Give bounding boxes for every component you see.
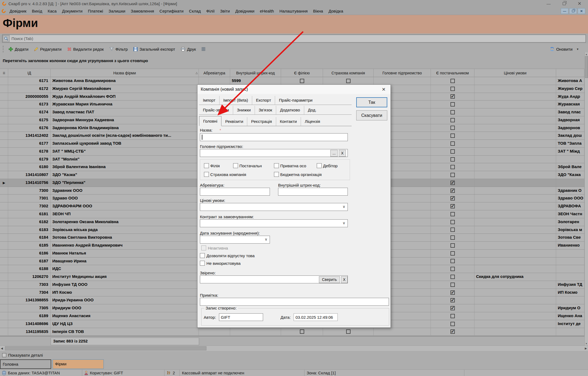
- dialog-titlebar[interactable]: Компанія (новий запис) ✕: [197, 85, 391, 94]
- menu-item-Платежі[interactable]: Платежі: [85, 7, 106, 15]
- table-row[interactable]: 6171Животова Анна Владимировна5599Живото…: [0, 77, 584, 85]
- supplier-checkbox[interactable]: [450, 251, 455, 256]
- column-header[interactable]: Цінові умови: [474, 69, 556, 77]
- menu-item-eHealth[interactable]: eHealth: [257, 7, 277, 15]
- toolbar-drag-handle[interactable]: [3, 46, 4, 52]
- dialog-tab-Контакти[interactable]: Контакти: [276, 117, 301, 126]
- supplier-checkbox[interactable]: [450, 235, 455, 240]
- column-header[interactable]: Назва фірми△: [51, 69, 199, 77]
- supplier-checkbox[interactable]: [450, 102, 455, 107]
- cancel-button[interactable]: Скасувати: [356, 110, 387, 120]
- internal-barcode-input[interactable]: [278, 188, 348, 196]
- supplier-checkbox[interactable]: [450, 275, 455, 279]
- scroll-up-icon[interactable]: ▲: [585, 52, 588, 56]
- not-use-checkbox[interactable]: [200, 261, 205, 266]
- supplier-checkbox[interactable]: [450, 118, 455, 122]
- dialog-tab-Головні[interactable]: Головні: [199, 116, 221, 126]
- scroll-right-icon[interactable]: ▶: [585, 347, 587, 350]
- minimize-icon[interactable]: —: [547, 2, 551, 6]
- budget-org-checkbox[interactable]: [274, 172, 279, 177]
- supplier-checkbox[interactable]: [450, 204, 455, 208]
- delete-button[interactable]: Видалити рядок: [66, 47, 105, 51]
- menu-item-Замовлення[interactable]: Замовлення: [128, 7, 157, 15]
- edit-button[interactable]: Редагувати: [32, 47, 63, 51]
- column-header[interactable]: Внутрішній штрих-код: [230, 69, 281, 77]
- vertical-scrollbar[interactable]: ▲ ▼: [584, 52, 588, 345]
- show-details-checkbox[interactable]: [2, 353, 6, 357]
- dialog-close-icon[interactable]: ✕: [380, 87, 387, 92]
- search-input[interactable]: [10, 36, 586, 41]
- supplier-checkbox[interactable]: [450, 79, 455, 83]
- group-by-bar[interactable]: Перетягніть заголовок колонки сюди для у…: [0, 54, 588, 69]
- supplier-checkbox[interactable]: [450, 267, 455, 271]
- verified-clear-button[interactable]: X: [341, 276, 348, 283]
- menu-item-Звіти[interactable]: Звіти: [217, 7, 233, 15]
- supplier-checkbox[interactable]: [450, 126, 455, 130]
- restore-icon[interactable]: [563, 2, 566, 5]
- dialog-tab-Додатково[interactable]: Додатково: [276, 106, 304, 114]
- menu-item-Вихід[interactable]: Вихід: [29, 7, 45, 15]
- allow-dispense-checkbox[interactable]: [200, 253, 205, 258]
- menu-item-Каса[interactable]: Каса: [45, 7, 59, 15]
- menu-item-Сертифікати[interactable]: Сертифікати: [157, 7, 186, 15]
- vertical-scroll-thumb[interactable]: [585, 56, 588, 78]
- supplier-checkbox[interactable]: [450, 298, 455, 302]
- print-button[interactable]: Друк: [179, 47, 197, 51]
- supplier-checkbox[interactable]: [450, 141, 455, 146]
- column-header[interactable]: Страхова компанія: [323, 69, 374, 77]
- export-button[interactable]: Загальний експорт: [132, 47, 176, 51]
- table-row[interactable]: 1341195835Імперія СВ ТОВ: [0, 328, 584, 336]
- column-header[interactable]: Головне підприємство: [374, 69, 431, 77]
- menu-item-Філії[interactable]: Філії: [203, 7, 217, 15]
- search-box[interactable]: [2, 35, 586, 43]
- supplier-checkbox[interactable]: [450, 212, 455, 216]
- dialog-tab-Імпорт (Beta)[interactable]: Імпорт (Beta): [220, 96, 252, 105]
- name-input[interactable]: [200, 133, 348, 141]
- supplier-checkbox[interactable]: [450, 259, 455, 263]
- branch-checkbox[interactable]: [300, 329, 304, 334]
- menu-item-Довідник[interactable]: Довідник: [7, 7, 29, 15]
- supplier-checkbox[interactable]: [450, 110, 455, 114]
- horizontal-scroll-thumb[interactable]: [5, 346, 206, 350]
- column-header-empty[interactable]: [556, 69, 584, 77]
- branch-checkbox[interactable]: [300, 79, 304, 83]
- supplier-checkbox[interactable]: [450, 228, 455, 232]
- mdi-close-icon[interactable]: ✕: [578, 8, 585, 14]
- column-header[interactable]: Абревіатура: [199, 69, 230, 77]
- supplier-checkbox[interactable]: [450, 173, 455, 177]
- private-person-checkbox[interactable]: [274, 163, 279, 168]
- dialog-tab-Імпорт[interactable]: Імпорт: [199, 96, 220, 105]
- supplier-checkbox[interactable]: [450, 134, 455, 138]
- author-input[interactable]: [219, 313, 263, 321]
- supplier-checkbox[interactable]: [450, 243, 455, 248]
- menu-item-Довідники[interactable]: Довідники: [233, 7, 257, 15]
- verify-button[interactable]: Сверить: [319, 276, 340, 283]
- parent-company-input[interactable]: [200, 149, 348, 157]
- supplier-checkbox[interactable]: [450, 157, 455, 162]
- supplier-checkbox[interactable]: [233, 163, 238, 168]
- menu-item-Вікна[interactable]: Вікна: [310, 7, 326, 15]
- debtor-checkbox[interactable]: [317, 163, 322, 168]
- supplier-checkbox[interactable]: [450, 322, 455, 326]
- dialog-tab-Зв'язок[interactable]: Зв'язок: [255, 106, 276, 114]
- dialog-tab-Прайс-зв'язки[interactable]: Прайс-зв'язки: [199, 106, 233, 114]
- founded-date-select[interactable]: ∨: [200, 236, 270, 244]
- mdi-minimize-icon[interactable]: —: [561, 8, 568, 14]
- mdi-restore-icon[interactable]: [569, 8, 577, 14]
- column-header[interactable]: Є філією: [281, 69, 323, 77]
- branch-checkbox[interactable]: [204, 163, 209, 168]
- menu-item-Залишки[interactable]: Залишки: [106, 7, 128, 15]
- supplier-checkbox[interactable]: [450, 165, 455, 169]
- supplier-checkbox[interactable]: [450, 94, 455, 99]
- refresh-button[interactable]: Оновити ▼: [548, 47, 580, 51]
- default-contract-select[interactable]: ∨: [200, 219, 348, 227]
- supplier-checkbox[interactable]: [450, 181, 455, 185]
- supplier-checkbox[interactable]: [450, 329, 455, 334]
- created-date-input[interactable]: [294, 313, 338, 321]
- insurance-company-checkbox[interactable]: [204, 172, 209, 177]
- horizontal-scrollbar[interactable]: ◀ ▶: [0, 345, 588, 351]
- tab-firmy[interactable]: Фірми: [53, 359, 104, 369]
- supplier-checkbox[interactable]: [450, 189, 455, 193]
- ok-button[interactable]: Так: [356, 97, 387, 107]
- menu-item-Документи[interactable]: Документи: [59, 7, 85, 15]
